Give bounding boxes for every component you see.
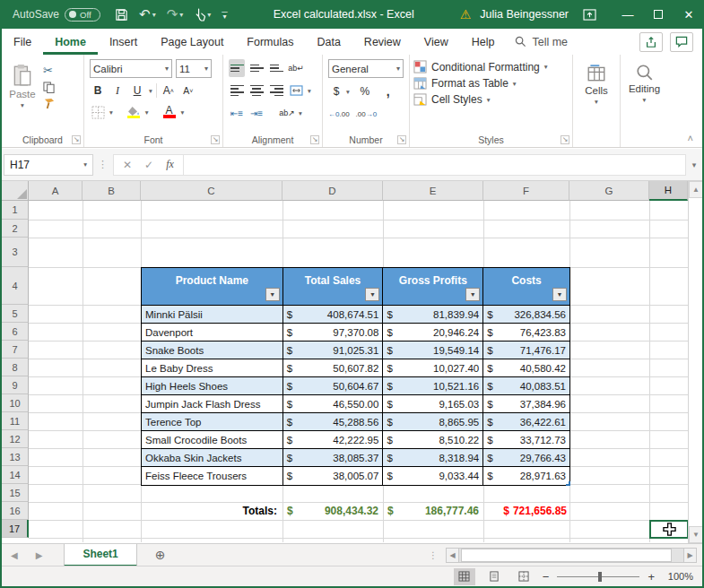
clipboard-dialog-launcher-icon[interactable]: ↘ (72, 135, 81, 144)
align-top-icon[interactable] (229, 59, 245, 77)
tab-review[interactable]: Review (352, 29, 413, 55)
cost-cell[interactable]: $40,083.51 (483, 377, 569, 395)
tab-file[interactable]: File (2, 29, 43, 55)
totals-profit-cell[interactable]: $186,777.46 (383, 502, 483, 520)
name-box-dropdown-icon[interactable]: ▾ (83, 160, 87, 169)
decrease-font-icon[interactable]: A˅ (180, 82, 196, 99)
cells-button[interactable]: Cells ▾ (573, 58, 620, 106)
cells-dropdown-icon[interactable]: ▾ (595, 98, 598, 106)
ribbon-display-options-icon[interactable] (583, 9, 596, 21)
tab-view[interactable]: View (413, 29, 460, 55)
table-row[interactable]: Feiss Fleece Trousers$38,005.07$9,033.44… (142, 467, 569, 485)
save-icon[interactable] (115, 8, 128, 22)
zoom-slider-thumb[interactable] (598, 572, 602, 582)
increase-decimal-icon[interactable]: ←0.00 (328, 105, 350, 123)
sales-cell[interactable]: $38,005.07 (283, 467, 384, 485)
editing-dropdown-icon[interactable]: ▾ (643, 96, 647, 104)
format-as-table-button[interactable]: Format as Table▾ (410, 75, 572, 91)
profit-cell[interactable]: $8,865.95 (383, 413, 483, 431)
column-header-E[interactable]: E (383, 181, 483, 201)
table-row[interactable]: High Heels Shoes$50,604.67$10,521.16$40,… (142, 377, 569, 395)
totals-cost-cell[interactable]: $721,656.85 (483, 502, 569, 520)
row-header-8[interactable]: 8 (2, 359, 29, 376)
borders-icon[interactable] (90, 103, 106, 121)
sheet-tab-sheet1[interactable]: Sheet1 (64, 544, 136, 566)
autosave-toggle[interactable]: AutoSave Off (13, 8, 100, 22)
increase-indent-icon[interactable]: ⇥≡ (248, 104, 265, 122)
filter-dropdown-icon[interactable]: ▼ (465, 288, 480, 301)
zoom-slider[interactable] (557, 576, 639, 577)
filter-dropdown-icon[interactable]: ▼ (552, 288, 567, 301)
user-name[interactable]: Julia Beingessner (480, 8, 569, 21)
row-header-10[interactable]: 10 (2, 394, 29, 412)
page-break-view-button[interactable] (513, 568, 535, 585)
column-header-B[interactable]: B (83, 181, 141, 201)
font-dialog-launcher-icon[interactable]: ↘ (211, 135, 220, 144)
scroll-left-icon[interactable]: ◀ (446, 548, 459, 563)
orientation-dropdown-icon[interactable]: ▾ (299, 109, 302, 117)
totals-label-cell[interactable]: Totals: (141, 502, 282, 520)
expand-formula-bar-icon[interactable]: ▾ (686, 160, 702, 169)
redo-icon[interactable]: ↷▾ (167, 6, 184, 22)
vertical-scrollbar[interactable]: ▲ ▼ (688, 181, 702, 543)
profit-cell[interactable]: $10,027.40 (383, 359, 483, 377)
tab-home[interactable]: Home (43, 29, 98, 55)
undo-icon[interactable]: ↶▾ (139, 6, 156, 22)
tab-help[interactable]: Help (460, 29, 507, 55)
insert-function-icon[interactable]: fx (166, 158, 174, 171)
sales-cell[interactable]: $91,025.31 (283, 342, 384, 359)
row-header-16[interactable]: 16 (2, 502, 29, 520)
product-name-cell[interactable]: Le Baby Dress (142, 359, 283, 377)
formula-input[interactable] (184, 154, 686, 176)
table-row[interactable]: Le Baby Dress$50,607.82$10,027.40$40,580… (142, 359, 569, 377)
cell-styles-button[interactable]: Cell Styles▾ (410, 91, 572, 108)
row-header-1[interactable]: 1 (2, 201, 29, 220)
number-dialog-launcher-icon[interactable]: ↘ (397, 135, 406, 144)
align-center-icon[interactable] (248, 82, 265, 99)
column-header-C[interactable]: C (141, 181, 282, 201)
sales-cell[interactable]: $46,550.00 (283, 395, 384, 413)
share-button[interactable] (639, 32, 663, 52)
table-row[interactable]: Jumpin Jack Flash Dress$46,550.00$9,165.… (142, 395, 569, 413)
column-header-G[interactable]: G (569, 181, 649, 201)
styles-dialog-launcher-icon[interactable]: ↘ (561, 135, 569, 144)
filter-dropdown-icon[interactable]: ▼ (365, 288, 379, 301)
paste-button[interactable]: Paste ▾ (2, 58, 43, 109)
row-header-13[interactable]: 13 (2, 448, 29, 466)
paste-dropdown-icon[interactable]: ▾ (21, 101, 24, 109)
tab-formulas[interactable]: Formulas (235, 29, 305, 55)
new-sheet-icon[interactable]: ⊕ (155, 548, 166, 562)
cost-cell[interactable]: $76,423.83 (483, 324, 569, 342)
name-box[interactable]: H17 ▾ (4, 154, 93, 176)
align-middle-icon[interactable] (248, 59, 265, 77)
profit-cell[interactable]: $8,318.94 (383, 449, 483, 467)
filter-dropdown-icon[interactable]: ▼ (265, 288, 280, 301)
decrease-decimal-icon[interactable]: .00→0 (356, 105, 378, 123)
worksheet-grid[interactable]: ABCDEFGH 1234567891011121314151617 Produ… (2, 181, 702, 543)
close-button[interactable]: ✕ (674, 0, 704, 29)
touch-mode-icon[interactable]: ▾ (194, 8, 211, 22)
scroll-right-icon[interactable]: ▶ (683, 548, 697, 563)
italic-button[interactable]: I (109, 82, 126, 99)
editing-button[interactable]: Editing ▾ (621, 58, 668, 104)
percent-format-icon[interactable]: % (357, 82, 373, 100)
format-painter-icon[interactable] (43, 98, 56, 109)
profit-cell[interactable]: $81,839.94 (383, 306, 483, 324)
profit-cell[interactable]: $10,521.16 (383, 377, 483, 395)
comments-button[interactable] (670, 32, 693, 52)
cost-cell[interactable]: $33,712.73 (483, 431, 569, 449)
fill-color-dropdown-icon[interactable]: ▾ (145, 108, 149, 117)
product-name-cell[interactable]: Small Crocodile Boots (142, 431, 283, 449)
alignment-dialog-launcher-icon[interactable]: ↘ (310, 135, 319, 144)
borders-dropdown-icon[interactable]: ▾ (109, 108, 113, 117)
fill-color-icon[interactable] (126, 103, 142, 121)
currency-format-icon[interactable]: $ (328, 82, 344, 100)
copy-icon[interactable] (43, 82, 56, 93)
number-format-select[interactable]: General▾ (328, 59, 404, 78)
profit-cell[interactable]: $19,549.14 (383, 342, 483, 359)
undo-dropdown-icon[interactable]: ▾ (152, 11, 156, 19)
row-header-12[interactable]: 12 (2, 430, 29, 448)
product-name-cell[interactable]: Minnki Pälsii (142, 306, 283, 324)
tab-data[interactable]: Data (305, 29, 352, 55)
select-all-corner[interactable] (2, 181, 29, 201)
